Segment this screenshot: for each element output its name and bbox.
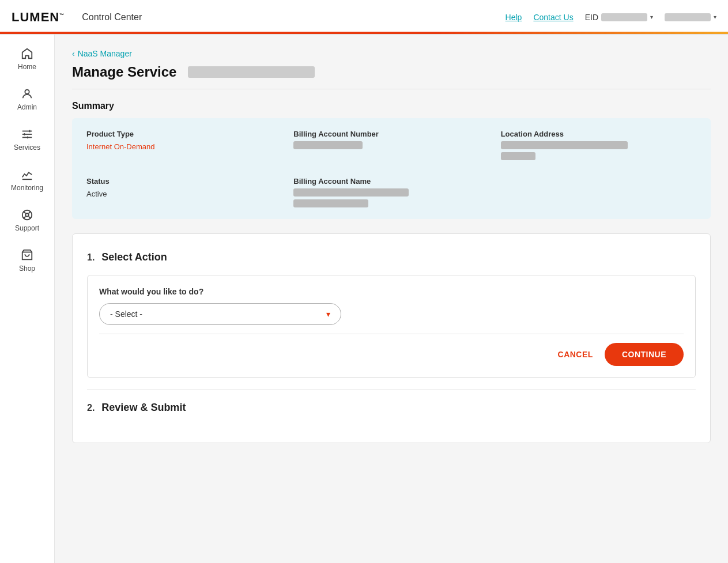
sidebar-item-monitoring[interactable]: Monitoring (0, 161, 54, 199)
sidebar-item-services[interactable]: Services (0, 121, 54, 158)
sidebar-item-shop[interactable]: Shop (0, 242, 54, 279)
breadcrumb-link[interactable]: NaaS Manager (78, 49, 132, 58)
status-label: Status (86, 177, 282, 186)
sidebar-item-monitoring-label: Monitoring (11, 184, 43, 192)
admin-icon (21, 88, 33, 100)
svg-point-8 (25, 213, 29, 217)
main-content: ‹ NaaS Manager Manage Service Summary Pr… (55, 35, 728, 563)
nav-right: Help Contact Us EID ▾ ▾ (506, 13, 716, 22)
top-nav: LUMEN™ Control Center Help Contact Us EI… (0, 0, 728, 35)
summary-grid: Product Type Internet On-Demand Billing … (86, 130, 696, 207)
help-link[interactable]: Help (506, 13, 522, 22)
user-value (665, 13, 711, 21)
status-value: Active (86, 190, 107, 198)
sidebar: Home Admin Servi (0, 35, 55, 563)
step-1-header: 1. Select Action (87, 251, 696, 263)
contact-us-link[interactable]: Contact Us (533, 13, 573, 22)
step-1: 1. Select Action What would you like to … (87, 251, 696, 378)
logo-tm: ™ (59, 12, 65, 17)
status-field: Status Active (86, 177, 282, 207)
steps-container: 1. Select Action What would you like to … (72, 233, 711, 443)
product-type-field: Product Type Internet On-Demand (86, 130, 282, 163)
summary-card: Product Type Internet On-Demand Billing … (72, 118, 711, 219)
step-1-title: Select Action (101, 251, 167, 263)
action-question: What would you like to do? (99, 287, 684, 296)
user-dropdown[interactable]: ▾ (665, 13, 716, 21)
summary-section: Summary Product Type Internet On-Demand … (72, 101, 711, 219)
product-type-value: Internet On-Demand (86, 142, 155, 151)
summary-title: Summary (72, 101, 711, 111)
step-2-title: Review & Submit (101, 402, 186, 414)
continue-button[interactable]: CONTINUE (605, 343, 684, 366)
services-icon (21, 128, 33, 141)
sidebar-item-shop-label: Shop (19, 265, 35, 273)
eid-dropdown[interactable]: EID ▾ (585, 13, 653, 22)
monitoring-icon (21, 168, 33, 181)
location-address-value-1 (501, 141, 628, 149)
step-1-number: 1. (87, 252, 95, 263)
step-2: 2. Review & Submit (87, 402, 696, 414)
breadcrumb: ‹ NaaS Manager (72, 49, 711, 58)
eid-chevron-icon: ▾ (650, 14, 653, 20)
billing-account-name-label: Billing Account Name (293, 177, 489, 186)
page-subtitle (188, 66, 315, 78)
main-layout: Home Admin Servi (0, 35, 728, 563)
step-2-number: 2. (87, 403, 95, 413)
home-icon (21, 47, 33, 60)
svg-point-0 (25, 90, 29, 94)
billing-account-name-value-2 (293, 199, 368, 207)
shop-icon (21, 249, 33, 262)
action-footer: CANCEL CONTINUE (99, 334, 684, 366)
dropdown-chevron-icon: ▾ (326, 309, 330, 319)
user-chevron-icon: ▾ (714, 14, 716, 20)
billing-account-number-label: Billing Account Number (293, 130, 489, 138)
sidebar-item-services-label: Services (14, 143, 40, 152)
sidebar-item-admin[interactable]: Admin (0, 81, 54, 118)
breadcrumb-arrow-icon: ‹ (72, 49, 75, 58)
nav-accent-bar (0, 32, 728, 34)
location-address-value-2 (501, 152, 535, 160)
action-select-dropdown[interactable]: - Select - ▾ (99, 303, 341, 325)
eid-label: EID (585, 13, 598, 22)
product-type-label: Product Type (86, 130, 282, 138)
select-placeholder: - Select - (110, 309, 142, 319)
empty-field (501, 177, 696, 207)
sidebar-item-home[interactable]: Home (0, 40, 54, 78)
sidebar-item-home-label: Home (18, 63, 36, 71)
step-2-header: 2. Review & Submit (87, 402, 696, 414)
billing-account-number-value (293, 141, 363, 149)
billing-account-name-field: Billing Account Name (293, 177, 489, 207)
sidebar-item-admin-label: Admin (17, 103, 37, 111)
action-box: What would you like to do? - Select - ▾ … (87, 275, 696, 378)
page-title: Manage Service (72, 64, 176, 80)
location-address-label: Location Address (501, 130, 696, 138)
page-header: Manage Service (72, 64, 711, 89)
billing-account-number-field: Billing Account Number (293, 130, 489, 163)
sidebar-item-support[interactable]: Support (0, 202, 54, 239)
logo: LUMEN™ (12, 10, 65, 25)
location-address-field: Location Address (501, 130, 696, 163)
cancel-button[interactable]: CANCEL (558, 350, 593, 359)
support-icon (21, 209, 33, 221)
step-divider (87, 390, 696, 390)
eid-value (601, 13, 647, 21)
sidebar-item-support-label: Support (15, 224, 39, 232)
app-title: Control Center (82, 12, 142, 22)
billing-account-name-value-1 (293, 188, 409, 197)
